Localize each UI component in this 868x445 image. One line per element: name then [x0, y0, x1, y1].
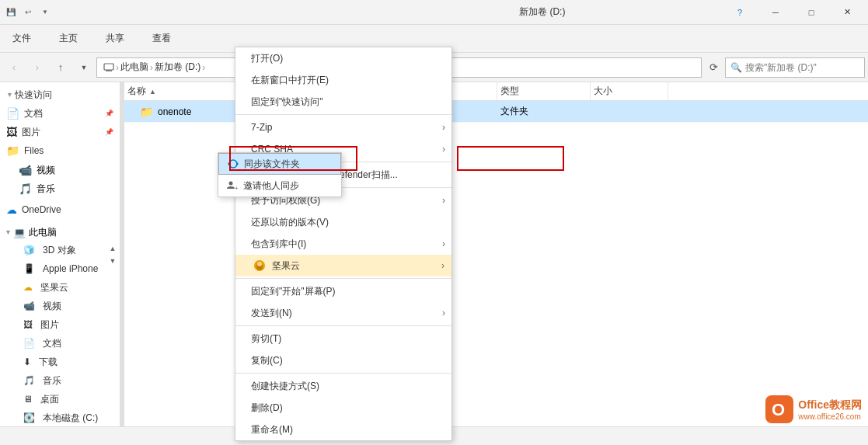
sidebar-item-c-drive[interactable]: 💽 本地磁盘 (C:): [0, 408, 120, 426]
breadcrumb-drive[interactable]: 新加卷 (D:): [155, 61, 200, 74]
menu-7zip-label: 7-Zip: [251, 122, 272, 133]
menu-send-to[interactable]: 发送到(N) ›: [235, 302, 451, 324]
back-button[interactable]: ‹: [3, 57, 25, 78]
breadcrumb-pc[interactable]: [103, 61, 114, 73]
office-logo-icon: O: [769, 398, 790, 420]
menu-jianguo-label: 坚果云: [272, 259, 300, 273]
tb-undo-icon[interactable]: ↩: [20, 5, 36, 20]
maximize-button[interactable]: □: [793, 0, 829, 25]
breadcrumb-sep1: ›: [116, 62, 119, 73]
sidebar-item-videos[interactable]: 📹 视频: [0, 160, 120, 179]
sidebar-label-videos: 视频: [37, 164, 55, 177]
folder-icon-files: 📁: [6, 144, 19, 157]
menu-cut[interactable]: 剪切(T): [235, 328, 451, 349]
search-input[interactable]: [745, 62, 862, 73]
submenu-invite[interactable]: + 邀请他人同步: [218, 175, 341, 196]
sidebar-item-downloads[interactable]: ⬇ 下载: [0, 353, 120, 371]
menu-send-label: 发送到(N): [251, 307, 292, 320]
3d-icon: 🧊: [23, 245, 35, 256]
sidebar-item-pictures[interactable]: 🖼 图片 📌: [0, 123, 120, 141]
sidebar-item-docs2[interactable]: 📄 文档: [0, 334, 120, 353]
forward-button[interactable]: ›: [26, 57, 48, 78]
quick-access-header[interactable]: ▼ 快速访问: [0, 85, 120, 104]
menu-jianguo[interactable]: 坚果云 ›: [235, 255, 451, 276]
thispc-arrow: ▼: [5, 228, 12, 236]
menu-pin-start[interactable]: 固定到"开始"屏幕(P): [235, 280, 451, 302]
sidebar-item-iphone[interactable]: 📱 Apple iPhone: [0, 259, 120, 278]
menu-delete[interactable]: 删除(D): [235, 397, 451, 419]
sidebar-item-desktop[interactable]: 🖥 桌面: [0, 390, 120, 408]
dl-icon: ⬇: [23, 356, 31, 367]
col-type-label: 类型: [500, 85, 519, 98]
menu-include-label: 包含到库中(I): [251, 238, 306, 251]
context-menu: 打开(O) 在新窗口中打开(E) 固定到"快速访问" 7-Zip › CRC S…: [235, 47, 452, 441]
jianguo-icon: [252, 258, 267, 273]
svg-point-5: [257, 262, 262, 266]
sidebar-scroll-down[interactable]: ▼: [105, 255, 120, 267]
cloud-small-icon: ☁: [23, 282, 33, 293]
search-icon: 🔍: [730, 62, 742, 73]
menu-pin-quick[interactable]: 固定到"快速访问": [235, 91, 451, 113]
menu-create-shortcut[interactable]: 创建快捷方式(S): [235, 375, 451, 397]
up-button[interactable]: ↑: [50, 57, 71, 78]
help-button[interactable]: ?: [722, 0, 758, 25]
sidebar-item-files[interactable]: 📁 Files: [0, 141, 120, 160]
sidebar-item-videos2[interactable]: 📹 视频: [0, 297, 120, 315]
svg-rect-0: [104, 64, 113, 70]
tb-save-icon[interactable]: 💾: [3, 5, 19, 20]
sidebar-item-documents[interactable]: 📄 文档 📌: [0, 104, 120, 123]
sidebar-item-3d[interactable]: 🧊 3D 对象: [0, 241, 120, 259]
pc-icon: 💻: [13, 227, 26, 238]
sidebar-label-downloads: 下载: [39, 356, 58, 369]
close-button[interactable]: ✕: [829, 0, 865, 25]
sidebar-label-docs2: 文档: [43, 337, 61, 350]
menu-rename[interactable]: 重命名(M): [235, 419, 451, 440]
invite-icon: +: [226, 179, 239, 192]
sep6: [235, 373, 451, 374]
menu-copy[interactable]: 复制(C): [235, 349, 451, 371]
menu-open[interactable]: 打开(O): [235, 47, 451, 69]
sidebar-scroll-up[interactable]: ▲: [105, 242, 120, 255]
img-icon: 🖼: [6, 126, 17, 138]
col-name-label: 名称: [127, 85, 146, 98]
col-header-type[interactable]: 类型: [497, 82, 591, 100]
tab-home[interactable]: 主页: [53, 27, 84, 50]
sidebar-label-thispc: 此电脑: [29, 226, 57, 239]
svg-marker-6: [236, 162, 239, 166]
tab-file[interactable]: 文件: [6, 27, 37, 50]
submenu-sync[interactable]: 同步该文件夹: [218, 153, 341, 175]
file-name-onenote: onenote: [158, 106, 191, 117]
menu-include-arrow: ›: [442, 238, 445, 249]
file-type-onenote: 文件夹: [497, 105, 591, 118]
menu-7zip[interactable]: 7-Zip ›: [235, 116, 451, 138]
sidebar-item-onedrive[interactable]: ☁ OneDrive: [0, 200, 120, 219]
sidebar-label-desktop: 桌面: [40, 393, 59, 406]
watermark-url: www.office26.com: [798, 412, 862, 421]
menu-restore[interactable]: 还原以前的版本(V): [235, 211, 451, 233]
sidebar-item-music[interactable]: 🎵 音乐: [0, 179, 120, 197]
sidebar-item-music2[interactable]: 🎵 音乐: [0, 371, 120, 390]
recent-button[interactable]: ▼: [73, 57, 95, 78]
breadcrumb-thispc[interactable]: 此电脑: [120, 61, 148, 74]
menu-new-window-label: 在新窗口中打开(E): [251, 74, 329, 87]
desktop-icon: 🖥: [23, 394, 33, 405]
sidebar-item-pics2[interactable]: 🖼 图片: [0, 315, 120, 334]
tab-view[interactable]: 查看: [146, 27, 177, 50]
cloud-icon: ☁: [6, 203, 17, 216]
window-title: 新加卷 (D:): [363, 5, 723, 19]
refresh-button[interactable]: ⟳: [703, 57, 723, 78]
sidebar-label-iphone: Apple iPhone: [43, 263, 98, 274]
col-header-size[interactable]: 大小: [591, 82, 668, 100]
tab-share[interactable]: 共享: [99, 27, 131, 50]
watermark-text-block: Office教程网 www.office26.com: [798, 398, 862, 421]
doc-icon2: 📄: [23, 338, 35, 349]
sidebar-label-c: 本地磁盘 (C:): [43, 412, 98, 425]
sidebar-item-jianguo[interactable]: ☁ 坚果云: [0, 278, 120, 297]
minimize-button[interactable]: ─: [758, 0, 793, 25]
img-icon2: 🖼: [23, 319, 33, 330]
watermark-sitename: Office教程网: [798, 398, 862, 412]
quick-access-dropdown[interactable]: ▼: [37, 5, 53, 20]
menu-new-window[interactable]: 在新窗口中打开(E): [235, 69, 451, 91]
menu-include-library[interactable]: 包含到库中(I) ›: [235, 233, 451, 255]
sidebar-item-thispc-header[interactable]: ▼ 💻 此电脑: [0, 222, 120, 241]
